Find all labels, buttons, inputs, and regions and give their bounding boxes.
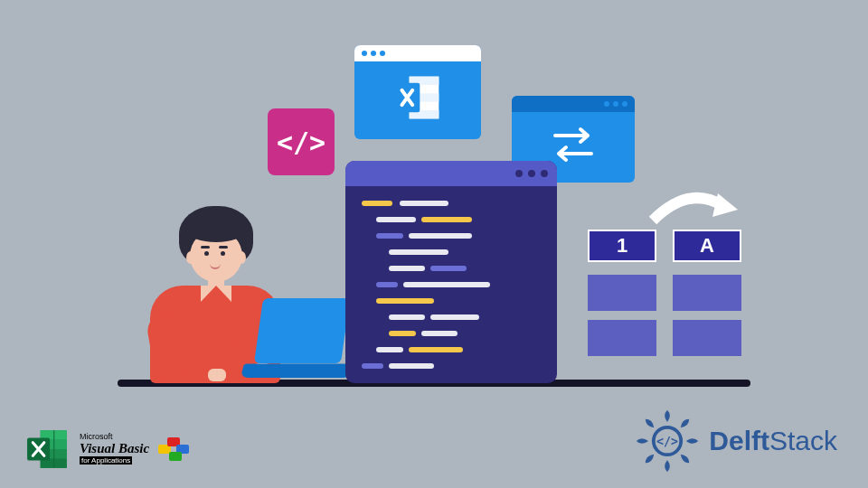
table-cell	[588, 275, 656, 311]
delftstack-emblem-icon: </>	[633, 407, 702, 475]
excel-logo-icon	[25, 427, 71, 472]
svg-text:</>: </>	[656, 435, 678, 448]
excel-window-card	[354, 45, 481, 139]
excel-icon	[392, 72, 443, 123]
bottom-left-logo-group: Microsoft Visual Basic for Applications	[25, 427, 198, 472]
table-cell	[673, 275, 741, 311]
table-cell	[673, 320, 741, 356]
column-header-numeric: 1	[588, 230, 656, 262]
vba-blocks-icon	[158, 436, 198, 463]
laptop-illustration	[242, 298, 349, 380]
code-window-titlebar	[345, 161, 557, 186]
delftstack-wordmark: DelftStack	[709, 426, 837, 456]
code-brackets-card: </>	[268, 108, 335, 175]
loop-arrows-icon	[544, 121, 602, 168]
vba-logo-text: Microsoft Visual Basic for Applications	[80, 433, 149, 465]
table-cell	[588, 320, 656, 356]
svg-rect-10	[53, 430, 54, 468]
code-editor-window	[345, 161, 557, 383]
curved-arrow-icon	[637, 188, 745, 228]
code-brackets-icon: </>	[277, 127, 326, 158]
column-header-letter: A	[673, 230, 741, 262]
delftstack-logo: </> DelftStack	[633, 407, 837, 475]
